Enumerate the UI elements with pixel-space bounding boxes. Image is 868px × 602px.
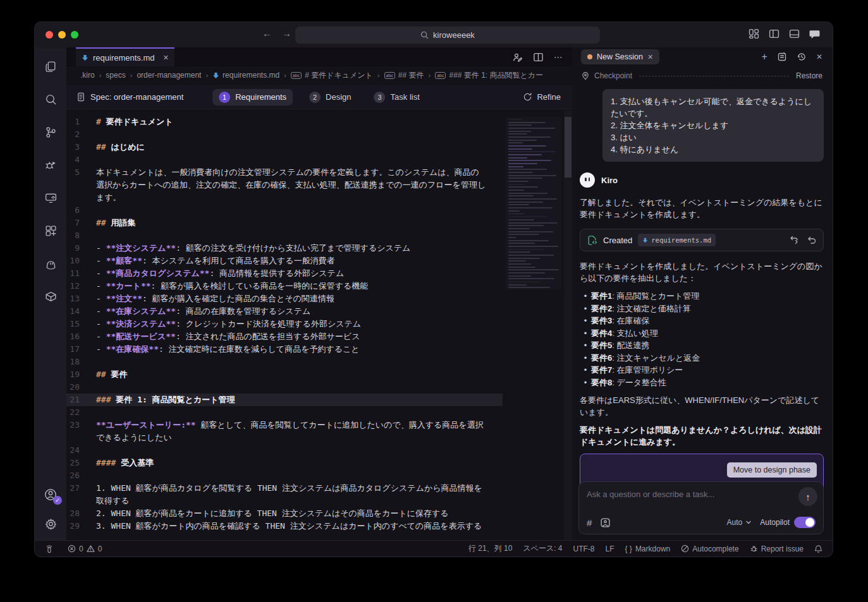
more-actions-icon[interactable]: ⋯ [554, 52, 563, 62]
layout-grid-icon[interactable] [749, 28, 759, 39]
new-session-plus-icon[interactable]: + [762, 51, 767, 63]
editor-body[interactable]: 1# 要件ドキュメント2 3## はじめに4 5本ドキュメントは、一般消費者向け… [66, 111, 572, 540]
editor-line[interactable]: 1# 要件ドキュメント [66, 116, 503, 128]
editor-line[interactable]: 24 [66, 444, 503, 457]
sidebar-item-run-debug[interactable] [43, 157, 58, 172]
move-to-design-button[interactable]: Move to design phase [727, 462, 817, 478]
sidebar-item-source-control[interactable] [43, 124, 58, 140]
editor-scrollbar[interactable] [564, 111, 572, 540]
requirement-title: : 在庫管理ポリシー [612, 364, 683, 376]
breadcrumb-item[interactable]: abc## 要件 [384, 70, 424, 81]
language-mode[interactable]: { } Markdown [625, 545, 671, 553]
session-list-icon[interactable] [777, 52, 787, 62]
editor-line[interactable]: 20 [66, 381, 503, 394]
undo-icon[interactable] [807, 235, 817, 245]
created-file-card[interactable]: Created requirements.md [580, 229, 824, 251]
session-close-icon[interactable]: ✕ [647, 53, 653, 61]
editor-line[interactable]: 3## はじめに [66, 141, 503, 154]
chat-bubble-icon[interactable] [809, 28, 820, 39]
editor-line[interactable]: 2 [66, 128, 503, 141]
sidebar-item-remote-explorer[interactable] [43, 190, 58, 205]
refine-button[interactable]: Refine [523, 92, 561, 102]
breadcrumb-item[interactable]: requirements.md [212, 71, 279, 80]
chat-input[interactable] [587, 490, 776, 499]
sidebar-item-search[interactable] [43, 92, 58, 107]
editor-line[interactable]: 25#### 受入基準 [66, 457, 503, 469]
editor-line[interactable]: 8 [66, 229, 503, 242]
sidebar-item-package[interactable] [43, 289, 58, 304]
account-icon[interactable]: ✓ [43, 487, 58, 502]
bell-icon[interactable] [814, 545, 822, 553]
editor-line[interactable]: 22 [66, 406, 503, 419]
command-search-bar[interactable]: kiroweeeek [295, 27, 600, 44]
editor-line[interactable]: 12- **カート**: 顧客が購入を検討している商品を一時的に保管する機能 [66, 280, 503, 292]
settings-gear-icon[interactable] [43, 516, 58, 531]
remote-tunnel-icon[interactable] [45, 544, 54, 553]
editor-line[interactable]: 16- **配送サービス**: 注文された商品の配送を担当する外部サービス [66, 330, 503, 343]
editor-line[interactable]: 17- **在庫確保**: 注文確定時に在庫数を減らして商品を予約すること [66, 343, 503, 356]
chat-session-tab[interactable]: New Session ✕ [581, 49, 659, 64]
editor-line[interactable]: 282. WHEN 顧客が商品をカートに追加する THEN 注文システムはその商… [66, 507, 503, 520]
editor-line[interactable]: 10- **顧客**: 本システムを利用して商品を購入する一般消費者 [66, 255, 503, 267]
close-window-button[interactable] [46, 31, 53, 39]
indentation[interactable]: スペース: 4 [523, 543, 562, 554]
tab-close-icon[interactable]: ✕ [163, 54, 169, 62]
encoding[interactable]: UTF-8 [573, 545, 595, 553]
breadcrumb-item[interactable]: abc### 要件 1: 商品閲覧とカー [435, 70, 543, 81]
step-requirements[interactable]: 1 Requirements [212, 89, 293, 105]
editor-line[interactable]: 19## 要件 [66, 368, 503, 381]
cursor-position[interactable]: 行 21、列 10 [468, 543, 512, 554]
created-file-chip[interactable]: requirements.md [638, 234, 716, 246]
split-editor-icon[interactable] [533, 52, 544, 63]
sidebar-item-extensions[interactable] [43, 223, 58, 238]
eol[interactable]: LF [606, 545, 614, 553]
sidebar-item-explorer[interactable] [43, 59, 58, 74]
restore-button[interactable]: Restore [796, 71, 822, 80]
line-number: 27 [66, 482, 96, 507]
report-issue[interactable]: Report issue [750, 545, 804, 553]
minimap[interactable] [506, 117, 561, 290]
diff-changes-icon[interactable] [789, 235, 799, 245]
editor-line[interactable]: 5本ドキュメントは、一般消費者向けの注文管理システムの要件を定義します。このシス… [66, 166, 503, 204]
forward-arrow-icon[interactable]: → [282, 28, 291, 39]
autopilot-toggle[interactable] [794, 517, 816, 528]
step-design[interactable]: 2 Design [303, 89, 357, 105]
editor-line[interactable]: 11- **商品カタログシステム**: 商品情報を提供する外部システム [66, 267, 503, 280]
split-panel-icon[interactable] [769, 28, 779, 39]
editor-line[interactable]: 6 [66, 204, 503, 217]
editor-line[interactable]: 23**ユーザーストーリー:** 顧客として、商品を閲覧してカートに追加したいの… [66, 419, 503, 444]
scrollbar-thumb[interactable] [565, 117, 572, 178]
back-arrow-icon[interactable]: ← [262, 28, 272, 39]
minimize-window-button[interactable] [58, 31, 66, 39]
send-button[interactable]: ↑ [798, 487, 817, 506]
editor-line[interactable]: 4 [66, 154, 503, 166]
tab-requirements-md[interactable]: requirements.md ✕ [76, 47, 174, 66]
editor-line[interactable]: 7## 用語集 [66, 217, 503, 229]
editor-line[interactable]: 13- **注文**: 顧客が購入を確定した商品の集合とその関連情報 [66, 292, 503, 305]
autocomplete-status[interactable]: Autocomplete [681, 545, 738, 553]
breadcrumb-item[interactable]: abc# 要件ドキュメント [291, 70, 373, 81]
panel-bottom-icon[interactable] [789, 28, 800, 39]
sidebar-item-kiro[interactable] [43, 256, 58, 271]
editor-line[interactable]: 21### 要件 1: 商品閲覧とカート管理 [66, 394, 503, 406]
close-panel-icon[interactable]: ✕ [816, 52, 822, 61]
chat-input-box[interactable]: ↑ # Auto Autopilot [578, 481, 824, 534]
history-icon[interactable] [797, 52, 807, 62]
editor-line[interactable]: 293. WHEN 顧客がカート内の商品を確認する THEN 注文システムはカー… [66, 520, 503, 533]
editor-line[interactable]: 9- **注文システム**: 顧客の注文を受け付けから支払い完了まで管理するシス… [66, 242, 503, 255]
problems-status[interactable]: 0 0 [68, 545, 102, 553]
editor-line[interactable]: 271. WHEN 顧客が商品カタログを閲覧する THEN 注文システムは商品カ… [66, 482, 503, 507]
editor-line[interactable]: 14- **在庫システム**: 商品の在庫数を管理するシステム [66, 305, 503, 318]
editor-line[interactable]: 15- **決済システム**: クレジットカード決済を処理する外部システム [66, 318, 503, 330]
image-attach-icon[interactable] [600, 517, 611, 528]
profile-edit-icon[interactable] [512, 52, 523, 63]
context-hash-icon[interactable]: # [587, 517, 592, 528]
editor-line[interactable]: 18 [66, 356, 503, 368]
breadcrumb-item[interactable]: specs [106, 71, 125, 80]
editor-line[interactable]: 26 [66, 469, 503, 482]
zoom-window-button[interactable] [71, 31, 78, 39]
breadcrumb-item[interactable]: .kiro [80, 71, 95, 80]
step-task-list[interactable]: 3 Task list [368, 89, 426, 105]
breadcrumb-item[interactable]: order-management [137, 71, 201, 80]
model-selector[interactable]: Auto [727, 518, 752, 527]
